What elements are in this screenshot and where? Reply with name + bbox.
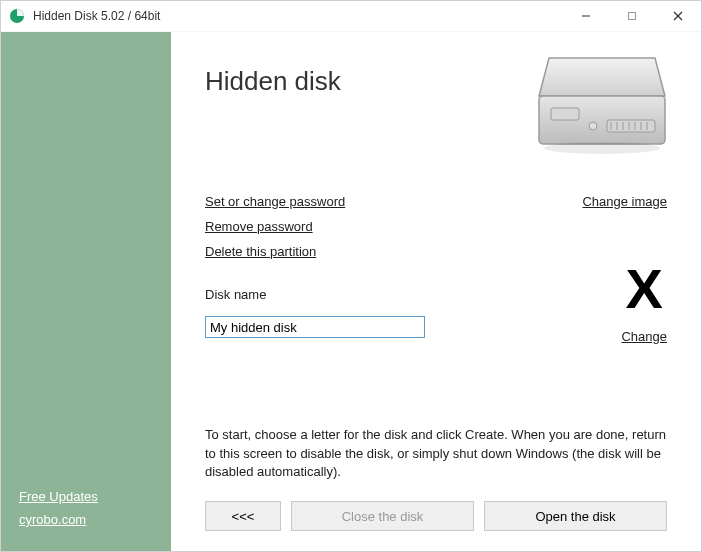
header-row: Hidden disk bbox=[205, 60, 667, 158]
right-column: Change image X Change bbox=[582, 194, 667, 344]
back-button[interactable]: <<< bbox=[205, 501, 281, 531]
free-updates-link[interactable]: Free Updates bbox=[19, 489, 153, 504]
minimize-button[interactable] bbox=[563, 1, 609, 31]
svg-point-7 bbox=[544, 142, 660, 154]
set-password-link[interactable]: Set or change password bbox=[205, 194, 425, 209]
svg-rect-8 bbox=[551, 108, 579, 120]
app-window: Hidden Disk 5.02 / 64bit Free Updates cy… bbox=[0, 0, 702, 552]
instructions-text: To start, choose a letter for the disk a… bbox=[205, 426, 667, 481]
page-title: Hidden disk bbox=[205, 66, 341, 97]
window-controls bbox=[563, 1, 701, 31]
disk-image bbox=[537, 50, 667, 158]
titlebar: Hidden Disk 5.02 / 64bit bbox=[1, 1, 701, 32]
sidebar: Free Updates cyrobo.com bbox=[1, 32, 171, 551]
open-disk-button[interactable]: Open the disk bbox=[484, 501, 667, 531]
window-title: Hidden Disk 5.02 / 64bit bbox=[33, 9, 563, 23]
change-letter-link[interactable]: Change bbox=[621, 329, 667, 344]
disk-name-input[interactable] bbox=[205, 316, 425, 338]
drive-letter: X bbox=[626, 261, 663, 317]
main-content: Hidden disk bbox=[171, 32, 701, 551]
disk-name-label: Disk name bbox=[205, 287, 425, 302]
close-disk-button[interactable]: Close the disk bbox=[291, 501, 474, 531]
remove-password-link[interactable]: Remove password bbox=[205, 219, 425, 234]
svg-rect-9 bbox=[607, 120, 655, 132]
drive-letter-block: X Change bbox=[621, 261, 667, 344]
svg-marker-5 bbox=[539, 58, 665, 96]
svg-point-17 bbox=[589, 122, 597, 130]
links-row: Set or change password Remove password D… bbox=[205, 194, 667, 344]
left-links: Set or change password Remove password D… bbox=[205, 194, 425, 338]
close-button[interactable] bbox=[655, 1, 701, 31]
body: Free Updates cyrobo.com Hidden disk bbox=[1, 32, 701, 551]
change-image-link[interactable]: Change image bbox=[582, 194, 667, 209]
app-icon bbox=[9, 8, 25, 24]
vendor-link[interactable]: cyrobo.com bbox=[19, 512, 153, 527]
delete-partition-link[interactable]: Delete this partition bbox=[205, 244, 425, 259]
button-row: <<< Close the disk Open the disk bbox=[205, 501, 667, 531]
svg-rect-2 bbox=[629, 13, 636, 20]
maximize-button[interactable] bbox=[609, 1, 655, 31]
